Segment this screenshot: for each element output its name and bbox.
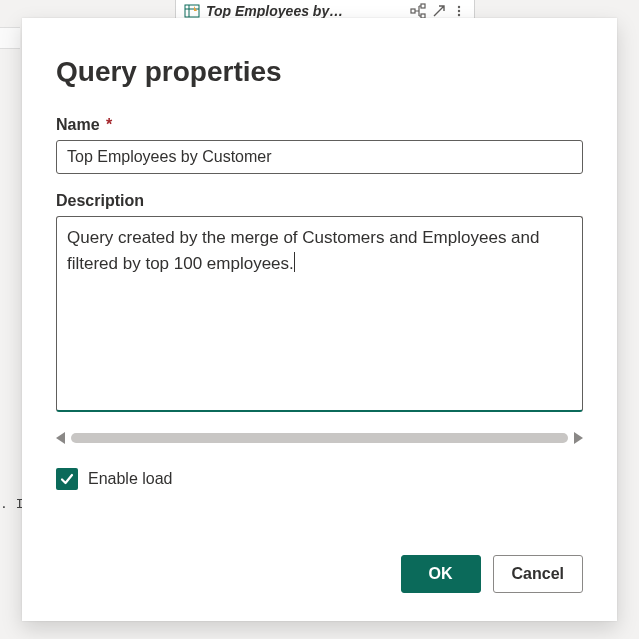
cancel-button[interactable]: Cancel (493, 555, 583, 593)
name-input[interactable] (56, 140, 583, 174)
check-icon (60, 472, 74, 486)
enable-load-row: Enable load (56, 468, 583, 490)
name-label-text: Name (56, 116, 100, 133)
description-text: Query created by the merge of Customers … (67, 228, 539, 273)
svg-point-6 (458, 6, 460, 8)
background-stripe (0, 27, 20, 49)
expand-icon (432, 4, 446, 18)
description-label: Description (56, 192, 583, 210)
description-textarea[interactable]: Query created by the merge of Customers … (56, 216, 583, 412)
text-cursor (294, 252, 295, 272)
enable-load-checkbox[interactable] (56, 468, 78, 490)
query-properties-dialog: Query properties Name * Description Quer… (22, 18, 617, 621)
more-icon (452, 4, 466, 18)
svg-rect-4 (421, 4, 425, 8)
name-label: Name * (56, 116, 583, 134)
svg-point-8 (458, 14, 460, 16)
ok-button[interactable]: OK (401, 555, 481, 593)
scroll-left-icon[interactable] (56, 432, 65, 444)
required-indicator: * (106, 116, 112, 133)
enable-load-label: Enable load (88, 470, 173, 488)
dialog-buttons: OK Cancel (56, 527, 583, 593)
background-left-text: . I (0, 496, 23, 511)
horizontal-scrollbar[interactable] (56, 430, 583, 446)
dialog-title: Query properties (56, 56, 583, 88)
scroll-track[interactable] (71, 433, 568, 443)
tab-title: Top Employees by… (206, 3, 404, 19)
branch-icon (410, 3, 426, 19)
svg-rect-3 (411, 9, 415, 13)
table-icon (184, 3, 200, 19)
scroll-right-icon[interactable] (574, 432, 583, 444)
svg-point-7 (458, 10, 460, 12)
